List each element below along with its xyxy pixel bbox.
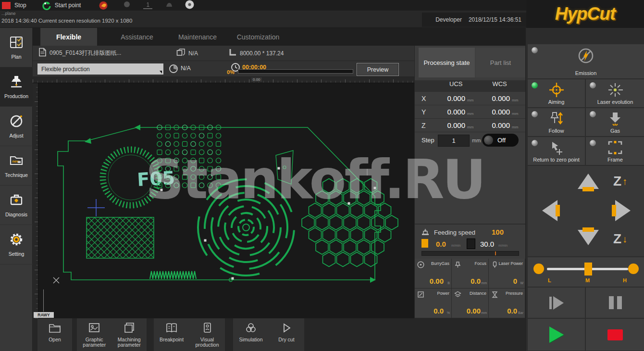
tool-icon-3[interactable]	[165, 0, 173, 10]
arrow-up-icon: ↑	[622, 176, 627, 186]
bottom-toolbar: Open Graphic parameter Machining paramet…	[33, 318, 525, 351]
step-label: Step	[421, 137, 434, 144]
start-point-icon[interactable]	[42, 1, 51, 10]
gas-icon	[586, 111, 644, 127]
status-line1: ...plane	[1, 11, 16, 16]
gas-gauge-icon	[417, 261, 424, 270]
stop-icon	[607, 329, 623, 340]
slider-label-high: H	[623, 277, 627, 283]
logo-block: HypCut	[526, 0, 644, 28]
control-column: Emission Aiming Laser evolution Follow	[525, 28, 644, 351]
tool-icon-4[interactable]	[185, 0, 194, 11]
wcs-header: WCS	[492, 80, 507, 92]
laser-burst-button[interactable]: Laser evolution	[586, 79, 644, 107]
gas-button[interactable]: Gas	[586, 108, 644, 136]
start-point-button[interactable]: Start point	[55, 2, 81, 9]
sidebar-item-diagnosis[interactable]: Diagnosis	[0, 186, 33, 225]
jog-right-button[interactable]	[615, 200, 631, 221]
feeding-icon	[421, 228, 430, 239]
progress-bar	[238, 69, 353, 74]
feeding-slider[interactable]	[421, 251, 519, 256]
ucs-header: UCS	[449, 80, 462, 92]
dimension-icon	[229, 48, 237, 58]
tile-burrygas: BurryGas 0.00 B	[415, 259, 451, 288]
step-run-button[interactable]	[528, 288, 585, 318]
slider-label-mid: M	[585, 277, 590, 283]
stop-button[interactable]: Stop	[14, 2, 26, 9]
aiming-button[interactable]: Aiming	[528, 79, 585, 107]
hypcut-app: Stop Start point 1 Demo mode ...plane 20…	[0, 0, 644, 351]
tile-laser-power: Laser Power 0 W	[489, 259, 525, 288]
book-icon	[165, 322, 178, 336]
open-button[interactable]: Open	[37, 318, 72, 351]
sidebar-item-production[interactable]: Production	[0, 67, 33, 107]
simulation-button[interactable]: Simulation	[233, 318, 269, 351]
breakpoint-button[interactable]: Breakpoint	[154, 318, 189, 351]
start-button[interactable]	[528, 319, 585, 351]
app-logo: HypCut	[555, 4, 616, 24]
frame-button[interactable]: Frame	[586, 137, 644, 165]
step-input[interactable]: 1	[438, 135, 470, 147]
pause-icon	[609, 296, 622, 309]
tile-distance: Distance 0.00 mm	[452, 288, 488, 318]
tab-assistance[interactable]: Assistance	[109, 28, 165, 46]
stop-icon[interactable]	[2, 2, 11, 9]
sidebar-item-plan[interactable]: Plan	[0, 28, 33, 67]
tab-part-list[interactable]: Part list	[475, 48, 526, 77]
visual-production-button[interactable]: Visual production	[189, 318, 225, 351]
jog-down-button[interactable]	[578, 230, 599, 245]
tool-icon-1[interactable]	[123, 0, 131, 10]
toggle-knob	[484, 136, 493, 145]
step-row: Step 1 mm Off	[415, 133, 526, 148]
graphic-parameter-button[interactable]: Graphic parameter	[77, 318, 112, 351]
status-line2: 2018 14:36:40 Current screen resolution …	[1, 18, 132, 24]
stop-machine-button[interactable]	[586, 319, 644, 351]
emission-button[interactable]: Emission	[528, 44, 644, 78]
circles-icon	[245, 322, 257, 336]
play-outline-icon	[280, 322, 293, 336]
tab-flexible[interactable]: Flexible	[40, 28, 97, 46]
horizontal-ruler	[33, 77, 414, 83]
plan-icon	[9, 35, 24, 51]
jog-speed-slider: L M H	[528, 257, 644, 287]
tab-maintenance[interactable]: Maintenance	[169, 28, 226, 46]
tab-customization[interactable]: Customization	[230, 28, 286, 46]
image-icon	[88, 322, 100, 336]
diagnosis-icon	[9, 193, 24, 209]
pause-button[interactable]	[586, 288, 644, 318]
progress-percent: 0%	[227, 69, 235, 75]
cad-canvas[interactable]: 0.00 F05 RAWY	[33, 77, 414, 318]
slider-high-dot[interactable]	[628, 263, 639, 274]
origin-marker-line	[43, 289, 44, 312]
sidebar-item-setting[interactable]: Setting	[0, 225, 33, 264]
dry-cut-button[interactable]: Dry cut	[269, 318, 304, 351]
tile-power: Power 0.0 %	[415, 288, 451, 318]
feeding-target: 30.0	[480, 240, 494, 248]
production-mode-select[interactable]: Flexible production	[37, 63, 163, 75]
distance-icon	[454, 291, 461, 300]
return-zero-icon	[528, 139, 585, 156]
slider-handle[interactable]	[584, 263, 592, 276]
preview-button[interactable]: Preview	[357, 63, 399, 76]
z-up-button[interactable]: Z↑	[613, 175, 627, 188]
tile-pressure: Pressure 0.0 Bar	[489, 288, 525, 318]
follow-button[interactable]: Follow	[528, 108, 585, 136]
z-down-button[interactable]: Z↓	[613, 232, 627, 246]
tab-processing-state[interactable]: Processing state	[419, 48, 475, 77]
processing-panel: Processing state Part list UCS WCS X 0.0…	[414, 46, 525, 318]
feeding-target-unit: m/min	[498, 244, 508, 247]
focus-icon	[454, 261, 461, 270]
sidebar-item-technique[interactable]: new Technique	[0, 146, 33, 186]
flame-icon[interactable]	[98, 0, 109, 10]
jog-pad: Z↑ Z↓	[528, 166, 644, 256]
machining-parameter-button[interactable]: Machining parameter	[112, 318, 147, 351]
device-icon	[201, 322, 213, 336]
sidebar-item-adjust[interactable]: Adjust	[0, 107, 33, 146]
return-zero-button[interactable]: Return to zero point	[528, 137, 585, 165]
main-tabs: Flexible Assistance Maintenance Customiz…	[33, 28, 525, 46]
slider-low-dot[interactable]	[533, 263, 544, 274]
step-play-icon	[549, 296, 564, 310]
tool-icon-2[interactable]: 1	[143, 1, 152, 9]
feeding-slider-tick	[495, 251, 496, 255]
step-toggle[interactable]: Off	[482, 134, 519, 147]
